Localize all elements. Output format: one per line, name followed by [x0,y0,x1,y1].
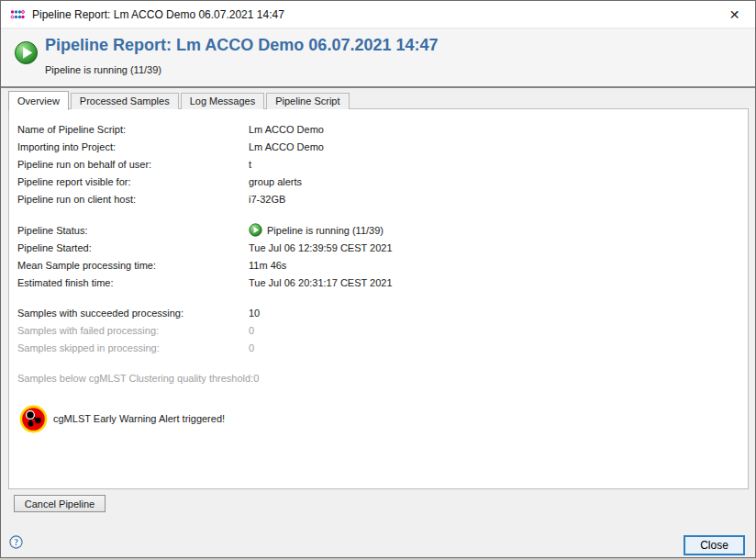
cgmlst-alert-icon [19,405,48,433]
tab-overview[interactable]: Overview [8,91,69,110]
overview-tab-panel: Name of Pipeline Script:Lm ACCO DemoImpo… [8,108,749,489]
field-value: Lm ACCO Demo [249,139,324,156]
titlebar: Pipeline Report: Lm ACCO Demo 06.07.2021… [1,1,755,28]
cancel-pipeline-button[interactable]: Cancel Pipeline [14,495,106,512]
threshold-row: Samples below cgMLST Clustering quality … [17,370,748,387]
report-title: Pipeline Report: Lm ACCO Demo 06.07.2021… [45,36,438,55]
report-subtitle: Pipeline is running (11/39) [45,64,161,75]
close-button[interactable]: Close [684,535,745,555]
field-value: 11m 46s [249,257,286,274]
field-row: Name of Pipeline Script:Lm ACCO Demo [17,121,748,139]
count-rows: Samples with succeeded processing:10Samp… [17,305,748,357]
field-value: Pipeline is running (11/39) [249,222,384,240]
field-row: Pipeline Started:Tue Jul 06 12:39:59 CES… [17,240,748,257]
field-label: Pipeline Status: [17,222,249,240]
field-row: Samples skipped in processing:0 [17,340,748,357]
field-label: Samples with succeeded processing: [17,305,249,322]
field-label: Name of Pipeline Script: [17,121,249,139]
pipeline-report-dialog: Pipeline Report: Lm ACCO Demo 06.07.2021… [0,0,756,558]
field-label: Samples with failed processing: [17,322,249,340]
tabstrip: OverviewProcessed SamplesLog MessagesPip… [8,90,351,109]
status-rows: Pipeline Status:Pipeline is running (11/… [17,222,748,292]
pipeline-running-icon [14,40,39,65]
field-value: 10 [249,305,260,322]
field-row: Mean Sample processing time:11m 46s [17,257,748,274]
field-value: 0 [253,370,259,387]
cgmlst-alert-text: cgMLST Early Warning Alert triggered! [53,413,225,424]
field-label: Samples skipped in processing: [17,340,249,357]
field-row: Estimated finish time:Tue Jul 06 20:31:1… [17,274,748,292]
field-row: Samples below cgMLST Clustering quality … [17,370,748,387]
field-label: Samples below cgMLST Clustering quality … [17,370,253,387]
field-value: i7-32GB [249,191,285,208]
field-row: Samples with failed processing:0 [17,322,748,340]
tab-processed-samples[interactable]: Processed Samples [71,93,179,109]
field-value: t [249,156,251,174]
field-row: Pipeline Status:Pipeline is running (11/… [17,222,748,240]
field-label: Mean Sample processing time: [17,257,249,274]
field-label: Estimated finish time: [17,274,249,292]
help-icon[interactable]: ? [9,535,23,549]
field-row: Pipeline run on client host:i7-32GB [17,191,748,208]
field-value: 0 [249,340,254,357]
field-row: Samples with succeeded processing:10 [17,305,748,322]
field-row: Pipeline report visible for:group alerts [17,174,748,191]
field-label: Pipeline report visible for: [17,174,249,191]
field-label: Pipeline Started: [17,240,249,257]
field-label: Pipeline run on client host: [17,191,249,208]
tab-pipeline-script[interactable]: Pipeline Script [266,93,349,109]
app-icon [10,7,25,22]
field-value: 0 [249,322,254,340]
window-close-icon[interactable]: ✕ [714,1,755,28]
field-label: Importing into Project: [17,139,249,156]
tab-log-messages[interactable]: Log Messages [181,93,265,109]
cgmlst-alert-row: cgMLST Early Warning Alert triggered! [17,404,748,433]
status-running-icon [249,225,267,236]
report-header: Pipeline Report: Lm ACCO Demo 06.07.2021… [1,29,755,86]
window-title: Pipeline Report: Lm ACCO Demo 06.07.2021… [32,8,284,21]
field-value: Tue Jul 06 20:31:17 CEST 2021 [249,274,393,292]
field-value: group alerts [249,174,302,191]
field-label: Pipeline run on behalf of user: [17,156,249,174]
field-row: Pipeline run on behalf of user:t [17,156,748,174]
field-value: Tue Jul 06 12:39:59 CEST 2021 [249,240,393,257]
header-separator [1,86,755,88]
info-rows: Name of Pipeline Script:Lm ACCO DemoImpo… [17,121,748,208]
field-value: Lm ACCO Demo [249,121,324,139]
field-row: Importing into Project:Lm ACCO Demo [17,139,748,156]
svg-text:?: ? [14,538,18,547]
